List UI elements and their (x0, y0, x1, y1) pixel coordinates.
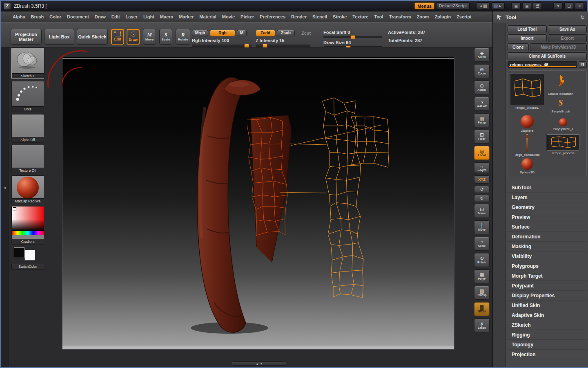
tool-section-header[interactable]: Display Properties (508, 291, 587, 301)
tool-palette-header[interactable]: Tool ↻ (493, 11, 588, 23)
close-button[interactable]: ✕ (575, 2, 584, 9)
switch-color-widget[interactable] (11, 247, 44, 263)
menu-item[interactable]: Macro (157, 13, 176, 20)
battleaxe-cell[interactable]: large_battleaxebl (510, 134, 544, 157)
tool-section-header[interactable]: Unified Skin (508, 301, 587, 310)
snakehook-thumbnail[interactable] (546, 73, 575, 91)
tool-section-header[interactable]: SubTool (508, 183, 587, 193)
menu-item[interactable]: Brush (28, 13, 47, 20)
menu-item[interactable]: Zoom (414, 13, 432, 20)
focal-shift-slider[interactable] (323, 36, 382, 38)
make-polymesh3d-button[interactable]: Make PolyMesh3D (530, 43, 587, 51)
menu-item[interactable]: Marker (176, 13, 196, 20)
retopo-cell[interactable]: retopo_process (546, 134, 580, 157)
refresh-icon[interactable]: ↻ (580, 14, 585, 20)
menu-item[interactable]: Tool (371, 13, 386, 20)
aa-half-button[interactable]: ◑ AAHalf (474, 97, 490, 111)
tool-section-header[interactable]: Morph Target (508, 271, 587, 281)
tool-select-slider[interactable]: retopo_process. 46 (508, 61, 577, 68)
menu-item[interactable]: Stencil (310, 13, 330, 20)
secondary-color-swatch[interactable] (24, 250, 35, 260)
menu-item[interactable]: Material (196, 13, 219, 20)
maximize-button[interactable]: ❑ (564, 2, 573, 9)
tool-section-header[interactable]: Preview (508, 212, 587, 222)
focal-shift-handle[interactable] (350, 35, 355, 39)
menu-item[interactable]: Edit (109, 13, 123, 20)
copy-doc-icon[interactable]: ▣ (511, 2, 521, 9)
menu-item[interactable]: Color (47, 13, 64, 20)
zsub-button[interactable]: Zsub (277, 30, 295, 36)
draw-button[interactable]: Draw (127, 29, 140, 45)
r-button[interactable]: R (579, 61, 587, 68)
tool-section-header[interactable]: Layers (508, 193, 587, 202)
menus-button[interactable]: Menus (414, 2, 434, 9)
rotate-button[interactable]: R Rotate (176, 29, 190, 45)
alpha-thumbnail[interactable]: Alpha Off (11, 114, 44, 143)
menu-item[interactable]: Zplugin (432, 13, 454, 20)
lasso-button[interactable]: ∮ Lasso (474, 319, 490, 332)
m-button[interactable]: M (237, 30, 247, 36)
tool-section-header[interactable]: Topology (508, 340, 587, 350)
rgb-intensity-slider[interactable] (192, 45, 252, 47)
current-tool-thumbnail[interactable] (510, 73, 544, 105)
tool-section-header[interactable]: Surface (508, 222, 587, 232)
sphere3d-cell[interactable]: Sphere3D (510, 158, 544, 174)
scroll-button[interactable]: ◈ Scroll (474, 48, 490, 62)
light-box-button[interactable]: Light Box (44, 29, 74, 45)
move-button[interactable]: M Move (143, 29, 156, 45)
menu-item[interactable]: Document (64, 13, 92, 20)
viewport-canvas[interactable] (62, 57, 454, 350)
xyz-button[interactable]: XYZ (474, 175, 490, 184)
scale-button[interactable]: S Scale (159, 29, 172, 45)
color-gradient-area[interactable] (12, 206, 44, 231)
projection-master-button[interactable]: Projection Master (11, 29, 42, 45)
import-button[interactable]: Import (508, 34, 547, 42)
menu-item[interactable]: Light (140, 13, 157, 20)
local-button[interactable]: ◎ Local (474, 146, 490, 160)
horizontal-scrollbar[interactable]: ▲ ▼ (232, 361, 287, 366)
stroke-dots-thumbnail[interactable]: Dots (11, 81, 44, 112)
tool-section-header[interactable]: Geometry (508, 202, 587, 212)
zsphere-cell[interactable]: ZSphere (510, 115, 544, 132)
tool-section-header[interactable]: Projection (508, 350, 587, 359)
tool-section-header[interactable]: Polypaint (508, 281, 587, 291)
scale-view-button[interactable]: ◔ Scale (474, 237, 490, 251)
export-button[interactable]: Export (548, 34, 587, 42)
tool-select-slider-handle[interactable] (530, 65, 534, 67)
menu-item[interactable]: Zscript (454, 13, 474, 20)
zadd-button[interactable]: Zadd (256, 30, 275, 36)
scroll-up-icon[interactable]: ▲ (256, 362, 259, 365)
transp-button[interactable]: ▨ Transp (474, 286, 490, 300)
rotate-ccw-button[interactable]: ↺ (474, 186, 490, 193)
move-view-button[interactable]: ┼ Move (474, 220, 490, 234)
load-tool-button[interactable]: Load Tool (508, 25, 547, 33)
ghost-button[interactable]: ▓ Ghost (474, 302, 490, 316)
minimize-button[interactable]: ▼ (553, 2, 563, 9)
paste-doc-icon[interactable]: ▣ (522, 2, 532, 9)
tool-section-header[interactable]: ZSketch (508, 320, 587, 330)
rgb-button[interactable]: Rgb (210, 30, 235, 36)
persp-button[interactable]: ▦ Persp (474, 113, 490, 127)
menu-item[interactable]: Render (288, 13, 310, 20)
tool-section-header[interactable]: Rigging (508, 330, 587, 340)
zcut-label[interactable]: Zcut (301, 31, 311, 36)
menu-item[interactable]: Transform (386, 13, 414, 20)
menu-item[interactable]: Preferences (257, 13, 288, 20)
tool-section-header[interactable]: Masking (508, 242, 587, 251)
rotate-view-button[interactable]: ↻ Rotate (474, 253, 490, 267)
current-tool-cell[interactable]: retopo_process. (510, 73, 544, 113)
primary-color-swatch[interactable] (14, 247, 24, 258)
tool-section-header[interactable]: Polygroups (508, 261, 587, 271)
lock-icon[interactable] (533, 2, 542, 9)
menu-item[interactable]: Picker (238, 13, 257, 20)
menu-item[interactable]: Stroke (330, 13, 350, 20)
menu-item[interactable]: Movie (219, 13, 238, 20)
color-spectrum-bar[interactable] (12, 231, 44, 235)
z-intensity-slider[interactable] (256, 45, 310, 47)
clone-button[interactable]: Clone (508, 43, 529, 51)
tool-section-header[interactable]: Adaptive Skin (508, 310, 587, 320)
tool-section-header[interactable]: Visibility (508, 251, 587, 261)
color-picker[interactable]: Gradient (11, 206, 44, 245)
edit-button[interactable]: Edit (111, 29, 124, 45)
polysphere-cell[interactable]: PolySphere_1 (546, 115, 580, 132)
